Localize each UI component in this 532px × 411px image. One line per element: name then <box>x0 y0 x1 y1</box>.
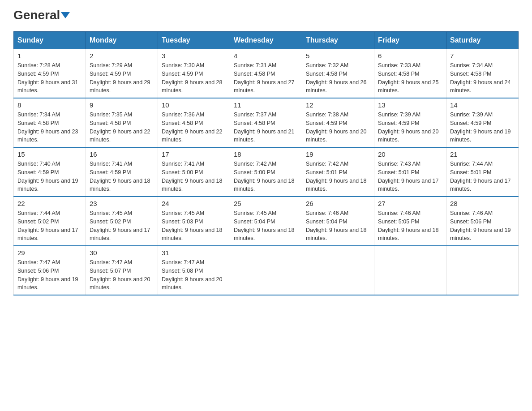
day-info: Sunrise: 7:46 AM Sunset: 5:04 PM Dayligh… <box>306 209 370 243</box>
day-number: 27 <box>378 200 442 207</box>
day-number: 5 <box>306 52 370 60</box>
day-info: Sunrise: 7:32 AM Sunset: 4:58 PM Dayligh… <box>306 61 370 95</box>
calendar-week-row: 15 Sunrise: 7:40 AM Sunset: 4:59 PM Dayl… <box>14 147 519 197</box>
day-number: 12 <box>306 101 370 109</box>
day-info: Sunrise: 7:41 AM Sunset: 4:59 PM Dayligh… <box>90 160 154 193</box>
table-row: 22 Sunrise: 7:44 AM Sunset: 5:02 PM Dayl… <box>14 197 86 246</box>
col-saturday: Saturday <box>446 32 519 49</box>
table-row: 10 Sunrise: 7:36 AM Sunset: 4:58 PM Dayl… <box>158 98 230 147</box>
col-thursday: Thursday <box>302 32 374 49</box>
day-info: Sunrise: 7:43 AM Sunset: 5:01 PM Dayligh… <box>378 160 442 193</box>
calendar-week-row: 8 Sunrise: 7:34 AM Sunset: 4:58 PM Dayli… <box>14 98 519 147</box>
table-row: 8 Sunrise: 7:34 AM Sunset: 4:58 PM Dayli… <box>14 98 86 147</box>
table-row: 13 Sunrise: 7:39 AM Sunset: 4:59 PM Dayl… <box>374 98 446 147</box>
day-number: 24 <box>162 200 226 207</box>
day-info: Sunrise: 7:46 AM Sunset: 5:05 PM Dayligh… <box>378 209 442 243</box>
table-row <box>374 246 446 295</box>
day-info: Sunrise: 7:31 AM Sunset: 4:58 PM Dayligh… <box>234 61 298 95</box>
day-number: 18 <box>234 150 298 158</box>
table-row: 9 Sunrise: 7:35 AM Sunset: 4:58 PM Dayli… <box>86 98 158 147</box>
day-info: Sunrise: 7:47 AM Sunset: 5:07 PM Dayligh… <box>90 258 154 292</box>
day-number: 14 <box>450 101 515 109</box>
table-row <box>230 246 302 295</box>
table-row: 20 Sunrise: 7:43 AM Sunset: 5:01 PM Dayl… <box>374 147 446 197</box>
calendar-table: Sunday Monday Tuesday Wednesday Thursday… <box>13 31 519 295</box>
day-number: 15 <box>17 150 82 158</box>
day-info: Sunrise: 7:45 AM Sunset: 5:02 PM Dayligh… <box>90 209 154 243</box>
col-wednesday: Wednesday <box>230 32 302 49</box>
table-row: 11 Sunrise: 7:37 AM Sunset: 4:58 PM Dayl… <box>230 98 302 147</box>
day-info: Sunrise: 7:34 AM Sunset: 4:58 PM Dayligh… <box>17 111 82 144</box>
day-number: 1 <box>17 52 82 60</box>
day-info: Sunrise: 7:46 AM Sunset: 5:06 PM Dayligh… <box>450 209 515 243</box>
table-row: 3 Sunrise: 7:30 AM Sunset: 4:59 PM Dayli… <box>158 49 230 98</box>
table-row: 24 Sunrise: 7:45 AM Sunset: 5:03 PM Dayl… <box>158 197 230 246</box>
day-number: 6 <box>378 52 442 60</box>
day-number: 25 <box>234 200 298 207</box>
col-monday: Monday <box>86 32 158 49</box>
calendar-week-row: 1 Sunrise: 7:28 AM Sunset: 4:59 PM Dayli… <box>14 49 519 98</box>
table-row: 19 Sunrise: 7:42 AM Sunset: 5:01 PM Dayl… <box>302 147 374 197</box>
day-number: 16 <box>90 150 154 158</box>
day-number: 22 <box>17 200 82 207</box>
day-number: 21 <box>450 150 515 158</box>
calendar-week-row: 29 Sunrise: 7:47 AM Sunset: 5:06 PM Dayl… <box>14 246 519 295</box>
calendar-week-row: 22 Sunrise: 7:44 AM Sunset: 5:02 PM Dayl… <box>14 197 519 246</box>
day-info: Sunrise: 7:44 AM Sunset: 5:02 PM Dayligh… <box>17 209 82 243</box>
day-number: 28 <box>450 200 515 207</box>
day-number: 13 <box>378 101 442 109</box>
day-info: Sunrise: 7:30 AM Sunset: 4:59 PM Dayligh… <box>162 61 226 95</box>
table-row: 17 Sunrise: 7:41 AM Sunset: 5:00 PM Dayl… <box>158 147 230 197</box>
day-info: Sunrise: 7:33 AM Sunset: 4:58 PM Dayligh… <box>378 61 442 95</box>
table-row: 2 Sunrise: 7:29 AM Sunset: 4:59 PM Dayli… <box>86 49 158 98</box>
table-row: 5 Sunrise: 7:32 AM Sunset: 4:58 PM Dayli… <box>302 49 374 98</box>
day-number: 29 <box>17 249 82 257</box>
day-number: 17 <box>162 150 226 158</box>
day-info: Sunrise: 7:44 AM Sunset: 5:01 PM Dayligh… <box>450 160 515 193</box>
table-row <box>302 246 374 295</box>
table-row: 25 Sunrise: 7:45 AM Sunset: 5:04 PM Dayl… <box>230 197 302 246</box>
table-row: 15 Sunrise: 7:40 AM Sunset: 4:59 PM Dayl… <box>14 147 86 197</box>
table-row: 12 Sunrise: 7:38 AM Sunset: 4:59 PM Dayl… <box>302 98 374 147</box>
table-row: 26 Sunrise: 7:46 AM Sunset: 5:04 PM Dayl… <box>302 197 374 246</box>
day-number: 3 <box>162 52 226 60</box>
day-number: 9 <box>90 101 154 109</box>
day-info: Sunrise: 7:36 AM Sunset: 4:58 PM Dayligh… <box>162 111 226 144</box>
col-sunday: Sunday <box>14 32 86 49</box>
day-number: 20 <box>378 150 442 158</box>
day-info: Sunrise: 7:47 AM Sunset: 5:08 PM Dayligh… <box>162 258 226 292</box>
table-row: 1 Sunrise: 7:28 AM Sunset: 4:59 PM Dayli… <box>14 49 86 98</box>
logo-triangle-icon <box>61 12 70 18</box>
day-number: 23 <box>90 200 154 207</box>
table-row: 23 Sunrise: 7:45 AM Sunset: 5:02 PM Dayl… <box>86 197 158 246</box>
day-info: Sunrise: 7:45 AM Sunset: 5:04 PM Dayligh… <box>234 209 298 243</box>
day-info: Sunrise: 7:47 AM Sunset: 5:06 PM Dayligh… <box>17 258 82 292</box>
day-number: 19 <box>306 150 370 158</box>
day-info: Sunrise: 7:45 AM Sunset: 5:03 PM Dayligh… <box>162 209 226 243</box>
table-row: 31 Sunrise: 7:47 AM Sunset: 5:08 PM Dayl… <box>158 246 230 295</box>
table-row: 4 Sunrise: 7:31 AM Sunset: 4:58 PM Dayli… <box>230 49 302 98</box>
table-row: 6 Sunrise: 7:33 AM Sunset: 4:58 PM Dayli… <box>374 49 446 98</box>
day-number: 4 <box>234 52 298 60</box>
day-number: 7 <box>450 52 515 60</box>
day-number: 10 <box>162 101 226 109</box>
page-header: General <box>13 9 519 22</box>
table-row: 29 Sunrise: 7:47 AM Sunset: 5:06 PM Dayl… <box>14 246 86 295</box>
logo-main: General <box>13 9 70 21</box>
calendar-header-row: Sunday Monday Tuesday Wednesday Thursday… <box>14 32 519 49</box>
col-friday: Friday <box>374 32 446 49</box>
table-row: 30 Sunrise: 7:47 AM Sunset: 5:07 PM Dayl… <box>86 246 158 295</box>
day-info: Sunrise: 7:38 AM Sunset: 4:59 PM Dayligh… <box>306 111 370 144</box>
day-info: Sunrise: 7:39 AM Sunset: 4:59 PM Dayligh… <box>378 111 442 144</box>
table-row <box>446 246 519 295</box>
day-info: Sunrise: 7:42 AM Sunset: 5:00 PM Dayligh… <box>234 160 298 193</box>
day-number: 11 <box>234 101 298 109</box>
table-row: 18 Sunrise: 7:42 AM Sunset: 5:00 PM Dayl… <box>230 147 302 197</box>
day-info: Sunrise: 7:42 AM Sunset: 5:01 PM Dayligh… <box>306 160 370 193</box>
col-tuesday: Tuesday <box>158 32 230 49</box>
day-info: Sunrise: 7:37 AM Sunset: 4:58 PM Dayligh… <box>234 111 298 144</box>
table-row: 14 Sunrise: 7:39 AM Sunset: 4:59 PM Dayl… <box>446 98 519 147</box>
day-number: 26 <box>306 200 370 207</box>
day-number: 30 <box>90 249 154 257</box>
day-info: Sunrise: 7:35 AM Sunset: 4:58 PM Dayligh… <box>90 111 154 144</box>
